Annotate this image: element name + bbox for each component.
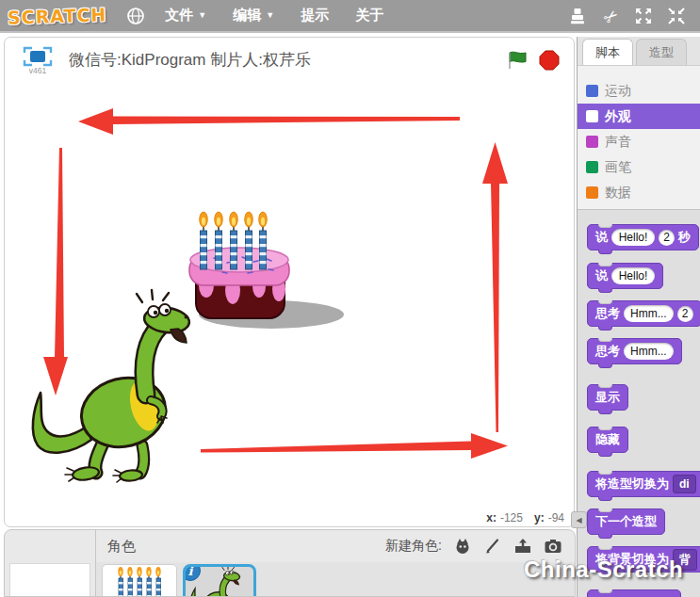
menu-item-tips[interactable]: 提示: [301, 7, 329, 24]
shrink-sprite-icon[interactable]: [666, 6, 687, 26]
upload-sprite-icon[interactable]: [513, 537, 533, 556]
category-data[interactable]: 数据: [578, 180, 700, 205]
category-pen[interactable]: 画笔: [578, 154, 700, 180]
arrow-left-down: [43, 148, 68, 395]
data-color-chip: [586, 186, 598, 199]
block-think[interactable]: 思考 Hmm...: [587, 338, 682, 364]
new-sprite-label: 新建角色:: [385, 538, 442, 555]
block-dropdown[interactable]: di: [673, 475, 696, 493]
stage-header: v461 微信号:KidProgram 制片人:权芹乐: [5, 38, 574, 82]
menu-item-label: 编辑: [233, 7, 261, 24]
mouse-coordinates: x: -125 y: -94: [5, 511, 574, 524]
block-palette: 说 Hello! 2 秒 说 Hello! 思考 Hmm... 2 思考 Hmm…: [578, 209, 700, 597]
x-label: x:: [486, 511, 497, 524]
cake-sprite-thumbnail[interactable]: [102, 564, 177, 597]
sprite-pane: 角色 新建角色:: [4, 529, 576, 597]
block-switch-backdrop[interactable]: 将背景切换为 背: [587, 546, 700, 573]
sprite-list-header: 角色 新建角色:: [96, 530, 575, 562]
looks-color-chip: [586, 110, 598, 122]
category-label: 数据: [605, 185, 631, 202]
fullscreen-button[interactable]: v461: [18, 45, 57, 75]
block-label: 思考: [595, 343, 620, 360]
stage-thumbnail-column: [5, 530, 96, 597]
paintbrush-new-sprite-icon[interactable]: [482, 537, 503, 556]
tab-scripts[interactable]: 脚本: [582, 39, 633, 65]
block-partial-bottom[interactable]: [587, 589, 681, 597]
menu-item-file[interactable]: 文件 ▼: [165, 7, 206, 24]
category-looks[interactable]: 外观: [578, 104, 700, 129]
menu-item-label: 文件: [165, 7, 193, 24]
block-think-for-secs[interactable]: 思考 Hmm... 2: [587, 300, 700, 327]
pen-color-chip: [586, 161, 598, 173]
block-label: 秒: [678, 229, 691, 246]
block-categories: 运动 外观 声音 画笔 数据: [578, 66, 700, 209]
scratch-logo: SCRATCH: [8, 4, 107, 28]
cursor-toolbar: ✂: [567, 6, 687, 26]
grow-sprite-icon[interactable]: [633, 6, 654, 26]
scratch-editor: SCRATCH 文件 ▼ 编辑 ▼ 提示 关于: [0, 0, 700, 597]
sprites-title: 角色: [107, 538, 136, 556]
menu-bar: SCRATCH 文件 ▼ 编辑 ▼ 提示 关于: [0, 0, 700, 33]
stage-thumbnail[interactable]: [9, 563, 90, 597]
globe-language-icon[interactable]: [125, 6, 146, 26]
sprite-list-pane: 角色 新建角色:: [96, 530, 575, 597]
block-dropdown[interactable]: 背: [673, 549, 697, 571]
menu-items: 文件 ▼ 编辑 ▼ 提示 关于: [165, 7, 383, 24]
block-say-for-secs[interactable]: 说 Hello! 2 秒: [587, 224, 699, 250]
block-label: 显示: [595, 389, 620, 406]
dinosaur-sprite-thumbnail-selected[interactable]: i: [183, 564, 256, 597]
caret-down-icon: ▼: [198, 11, 206, 20]
block-show[interactable]: 显示: [587, 384, 628, 411]
surprise-marks: [137, 290, 169, 302]
new-sprite-toolbar: 新建角色:: [385, 537, 563, 556]
blocks-panel: 脚本 造型 运动 外观 声音 画笔 数据: [577, 37, 700, 597]
block-hide[interactable]: 隐藏: [587, 427, 628, 453]
panel-tabs: 脚本 造型: [578, 37, 700, 66]
tab-costumes[interactable]: 造型: [636, 39, 687, 65]
caret-down-icon: ▼: [266, 11, 274, 20]
block-text-input[interactable]: Hmm...: [624, 305, 674, 322]
block-label: 说: [595, 229, 608, 246]
block-number-input[interactable]: 2: [677, 306, 693, 322]
version-label: v461: [29, 66, 46, 75]
stage-resize-arrow[interactable]: ◀: [571, 511, 587, 528]
stage-canvas[interactable]: [5, 82, 574, 512]
menu-item-edit[interactable]: 编辑 ▼: [233, 7, 274, 24]
sound-color-chip: [586, 136, 598, 148]
cake-sprite[interactable]: [189, 212, 344, 329]
camera-sprite-icon[interactable]: [543, 537, 563, 556]
menu-item-label: 关于: [355, 7, 383, 24]
stop-button[interactable]: [538, 49, 561, 72]
block-text-input[interactable]: Hmm...: [624, 343, 674, 360]
block-label: 说: [595, 267, 608, 284]
y-value: -94: [548, 511, 564, 524]
block-label: 将造型切换为: [595, 476, 669, 492]
stamp-duplicate-icon[interactable]: [567, 6, 588, 26]
block-switch-costume[interactable]: 将造型切换为 di: [587, 471, 700, 497]
category-label: 运动: [605, 83, 631, 100]
scissors-delete-icon[interactable]: ✂: [596, 1, 626, 30]
block-next-costume[interactable]: 下一个造型: [587, 508, 665, 535]
block-label: 思考: [595, 305, 620, 322]
block-text-input[interactable]: Hello!: [611, 267, 655, 284]
green-flag-button[interactable]: [506, 49, 529, 72]
stage-panel: v461 微信号:KidProgram 制片人:权芹乐: [4, 37, 575, 527]
category-sound[interactable]: 声音: [578, 129, 700, 154]
block-text-input[interactable]: Hello!: [611, 229, 655, 246]
category-motion[interactable]: 运动: [578, 78, 700, 104]
arrow-top-left: [78, 108, 460, 135]
category-label: 外观: [605, 108, 631, 125]
menu-item-label: 提示: [301, 7, 329, 24]
menu-item-about[interactable]: 关于: [355, 7, 383, 24]
y-label: y:: [534, 511, 545, 524]
block-number-input[interactable]: 2: [659, 230, 675, 246]
block-say[interactable]: 说 Hello!: [587, 263, 663, 289]
arrow-right-up: [482, 142, 508, 432]
project-title: 微信号:KidProgram 制片人:权芹乐: [69, 49, 506, 71]
sprite-list: i: [96, 562, 575, 597]
sprite-library-icon[interactable]: [452, 537, 473, 556]
x-value: -125: [500, 511, 523, 524]
block-label: 隐藏: [595, 431, 620, 448]
arrow-bottom-right: [201, 433, 508, 459]
category-label: 声音: [605, 134, 631, 151]
